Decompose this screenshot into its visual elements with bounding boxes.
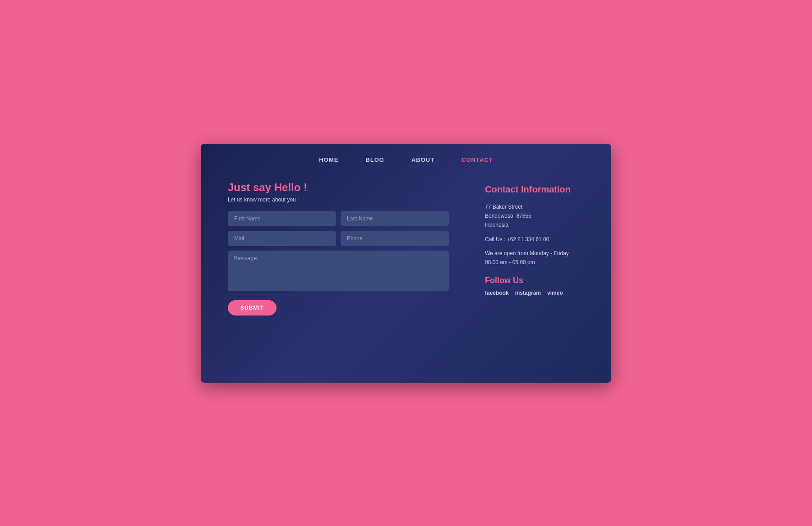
instagram-link[interactable]: instagram: [515, 290, 541, 296]
form-section: Just say Hello ! Let us know more about …: [228, 181, 449, 365]
form-title: Just say Hello !: [228, 181, 449, 194]
page-container: HOME BLOG ABOUT CONTACT Just say Hello !…: [201, 144, 611, 383]
last-name-input[interactable]: [341, 211, 449, 226]
phone-input[interactable]: [341, 231, 449, 246]
nav-contact[interactable]: CONTACT: [461, 156, 493, 163]
form-subtitle: Let us know more about you !: [228, 197, 449, 203]
follow-title: Follow Us: [485, 276, 584, 285]
navigation: HOME BLOG ABOUT CONTACT: [201, 144, 611, 172]
nav-home[interactable]: HOME: [319, 156, 338, 163]
hours-line2: 08.00 am - 05.00 pm: [485, 259, 535, 265]
facebook-link[interactable]: facebook: [485, 290, 509, 296]
first-name-input[interactable]: [228, 211, 336, 226]
address-line2: Bondowoso. 87655: [485, 213, 531, 219]
contact-phone: Call Us : +62 81 334 61 00: [485, 236, 584, 242]
contact-address: 77 Baker Street Bondowoso. 87655 Indones…: [485, 202, 584, 230]
hours-line1: We are open from Monday - Friday: [485, 250, 569, 256]
contact-info-title: Contact Information: [485, 183, 584, 195]
name-row: [228, 211, 449, 226]
message-textarea[interactable]: [228, 251, 449, 291]
mail-input[interactable]: [228, 231, 336, 246]
social-links: facebook instagram vimeo: [485, 290, 584, 296]
submit-button[interactable]: SUBMIT: [228, 300, 277, 316]
vimeo-link[interactable]: vimeo: [547, 290, 563, 296]
contact-row: [228, 231, 449, 246]
nav-about[interactable]: ABOUT: [411, 156, 434, 163]
address-line1: 77 Baker Street: [485, 204, 522, 210]
nav-blog[interactable]: BLOG: [365, 156, 384, 163]
info-section: Contact Information 77 Baker Street Bond…: [485, 181, 584, 365]
main-content: Just say Hello ! Let us know more about …: [201, 172, 611, 383]
contact-hours: We are open from Monday - Friday 08.00 a…: [485, 249, 584, 267]
address-line3: Indonesia: [485, 222, 508, 228]
